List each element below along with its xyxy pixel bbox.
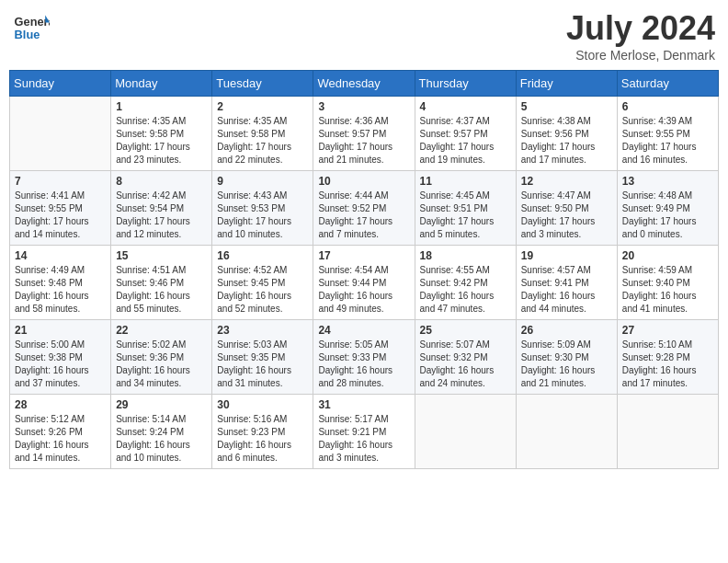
cell-details: Sunrise: 4:49 AMSunset: 9:48 PMDaylight:… [15,264,106,316]
weekday-header: Sunday [10,71,111,97]
calendar-cell: 11Sunrise: 4:45 AMSunset: 9:51 PMDayligh… [415,171,516,246]
calendar-cell: 1Sunrise: 4:35 AMSunset: 9:58 PMDaylight… [111,97,212,171]
day-number: 7 [15,175,106,188]
day-number: 19 [521,249,612,262]
day-number: 31 [318,398,409,411]
calendar-week-row: 7Sunrise: 4:41 AMSunset: 9:55 PMDaylight… [10,171,719,246]
calendar-cell: 7Sunrise: 4:41 AMSunset: 9:55 PMDaylight… [10,171,111,246]
cell-details: Sunrise: 4:38 AMSunset: 9:56 PMDaylight:… [521,115,612,167]
logo: General Blue [13,9,53,46]
day-number: 29 [116,398,207,411]
calendar-cell: 4Sunrise: 4:37 AMSunset: 9:57 PMDaylight… [415,97,516,171]
calendar-cell: 29Sunrise: 5:14 AMSunset: 9:24 PMDayligh… [111,395,212,469]
calendar-cell: 19Sunrise: 4:57 AMSunset: 9:41 PMDayligh… [516,246,617,320]
calendar-cell: 6Sunrise: 4:39 AMSunset: 9:55 PMDaylight… [617,97,718,171]
day-number: 24 [318,324,409,337]
calendar-cell: 12Sunrise: 4:47 AMSunset: 9:50 PMDayligh… [516,171,617,246]
calendar-cell [10,97,111,171]
calendar-week-row: 28Sunrise: 5:12 AMSunset: 9:26 PMDayligh… [10,395,719,469]
weekday-header: Monday [111,71,212,97]
calendar-week-row: 14Sunrise: 4:49 AMSunset: 9:48 PMDayligh… [10,246,719,320]
weekday-header: Tuesday [212,71,313,97]
weekday-header: Saturday [617,71,718,97]
day-number: 15 [116,249,207,262]
day-number: 26 [521,324,612,337]
cell-details: Sunrise: 4:42 AMSunset: 9:54 PMDaylight:… [116,190,207,241]
calendar-cell: 18Sunrise: 4:55 AMSunset: 9:42 PMDayligh… [415,246,516,320]
cell-details: Sunrise: 5:09 AMSunset: 9:30 PMDaylight:… [521,339,612,390]
cell-details: Sunrise: 4:54 AMSunset: 9:44 PMDaylight:… [318,264,409,316]
cell-details: Sunrise: 4:51 AMSunset: 9:46 PMDaylight:… [116,264,207,316]
calendar-cell: 21Sunrise: 5:00 AMSunset: 9:38 PMDayligh… [10,320,111,395]
calendar-cell: 17Sunrise: 4:54 AMSunset: 9:44 PMDayligh… [313,246,415,320]
day-number: 5 [521,100,612,113]
cell-details: Sunrise: 4:35 AMSunset: 9:58 PMDaylight:… [217,115,308,167]
day-number: 6 [622,100,713,113]
weekday-header: Wednesday [313,71,415,97]
day-number: 8 [116,175,207,188]
day-number: 21 [15,324,106,337]
day-number: 13 [622,175,713,188]
calendar-cell: 22Sunrise: 5:02 AMSunset: 9:36 PMDayligh… [111,320,212,395]
day-number: 16 [217,249,308,262]
calendar-cell: 2Sunrise: 4:35 AMSunset: 9:58 PMDaylight… [212,97,313,171]
cell-details: Sunrise: 4:44 AMSunset: 9:52 PMDaylight:… [318,190,409,241]
cell-details: Sunrise: 4:43 AMSunset: 9:53 PMDaylight:… [217,190,308,241]
cell-details: Sunrise: 4:41 AMSunset: 9:55 PMDaylight:… [15,190,106,241]
cell-details: Sunrise: 4:35 AMSunset: 9:58 PMDaylight:… [116,115,207,167]
calendar-cell: 8Sunrise: 4:42 AMSunset: 9:54 PMDaylight… [111,171,212,246]
svg-text:General: General [15,15,50,29]
calendar-cell: 5Sunrise: 4:38 AMSunset: 9:56 PMDaylight… [516,97,617,171]
cell-details: Sunrise: 4:59 AMSunset: 9:40 PMDaylight:… [622,264,713,316]
day-number: 22 [116,324,207,337]
calendar-cell: 28Sunrise: 5:12 AMSunset: 9:26 PMDayligh… [10,395,111,469]
calendar-cell: 23Sunrise: 5:03 AMSunset: 9:35 PMDayligh… [212,320,313,395]
weekday-header: Friday [516,71,617,97]
day-number: 2 [217,100,308,113]
svg-text:Blue: Blue [15,28,40,41]
calendar-cell [415,395,516,469]
calendar-cell: 13Sunrise: 4:48 AMSunset: 9:49 PMDayligh… [617,171,718,246]
cell-details: Sunrise: 5:05 AMSunset: 9:33 PMDaylight:… [318,339,409,390]
calendar-cell: 3Sunrise: 4:36 AMSunset: 9:57 PMDaylight… [313,97,415,171]
cell-details: Sunrise: 5:00 AMSunset: 9:38 PMDaylight:… [15,339,106,390]
calendar-cell: 27Sunrise: 5:10 AMSunset: 9:28 PMDayligh… [617,320,718,395]
cell-details: Sunrise: 5:14 AMSunset: 9:24 PMDaylight:… [116,413,207,465]
day-number: 14 [15,249,106,262]
cell-details: Sunrise: 5:16 AMSunset: 9:23 PMDaylight:… [217,413,308,465]
calendar-week-row: 21Sunrise: 5:00 AMSunset: 9:38 PMDayligh… [10,320,719,395]
calendar-table: SundayMondayTuesdayWednesdayThursdayFrid… [9,70,719,469]
cell-details: Sunrise: 5:07 AMSunset: 9:32 PMDaylight:… [420,339,511,390]
calendar-cell: 10Sunrise: 4:44 AMSunset: 9:52 PMDayligh… [313,171,415,246]
page-header: General Blue July 2024 Store Merlose, De… [9,9,719,63]
calendar-cell: 30Sunrise: 5:16 AMSunset: 9:23 PMDayligh… [212,395,313,469]
calendar-cell: 24Sunrise: 5:05 AMSunset: 9:33 PMDayligh… [313,320,415,395]
cell-details: Sunrise: 4:55 AMSunset: 9:42 PMDaylight:… [420,264,511,316]
day-number: 23 [217,324,308,337]
day-number: 28 [15,398,106,411]
calendar-cell: 20Sunrise: 4:59 AMSunset: 9:40 PMDayligh… [617,246,718,320]
cell-details: Sunrise: 4:57 AMSunset: 9:41 PMDaylight:… [521,264,612,316]
cell-details: Sunrise: 4:37 AMSunset: 9:57 PMDaylight:… [420,115,511,167]
calendar-cell: 16Sunrise: 4:52 AMSunset: 9:45 PMDayligh… [212,246,313,320]
day-number: 25 [420,324,511,337]
cell-details: Sunrise: 4:39 AMSunset: 9:55 PMDaylight:… [622,115,713,167]
weekday-header: Thursday [415,71,516,97]
title-block: July 2024 Store Merlose, Denmark [566,9,715,63]
cell-details: Sunrise: 4:47 AMSunset: 9:50 PMDaylight:… [521,190,612,241]
day-number: 20 [622,249,713,262]
calendar-cell [617,395,718,469]
day-number: 12 [521,175,612,188]
calendar-cell: 14Sunrise: 4:49 AMSunset: 9:48 PMDayligh… [10,246,111,320]
calendar-cell: 26Sunrise: 5:09 AMSunset: 9:30 PMDayligh… [516,320,617,395]
calendar-week-row: 1Sunrise: 4:35 AMSunset: 9:58 PMDaylight… [10,97,719,171]
day-number: 11 [420,175,511,188]
day-number: 30 [217,398,308,411]
cell-details: Sunrise: 5:02 AMSunset: 9:36 PMDaylight:… [116,339,207,390]
day-number: 3 [318,100,409,113]
cell-details: Sunrise: 4:48 AMSunset: 9:49 PMDaylight:… [622,190,713,241]
calendar-cell: 25Sunrise: 5:07 AMSunset: 9:32 PMDayligh… [415,320,516,395]
day-number: 17 [318,249,409,262]
day-number: 18 [420,249,511,262]
location: Store Merlose, Denmark [566,48,715,63]
